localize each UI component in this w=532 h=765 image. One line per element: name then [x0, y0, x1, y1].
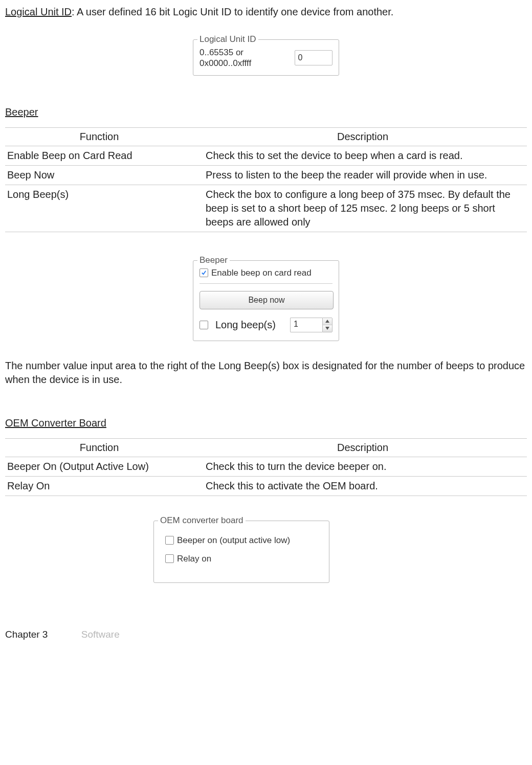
long-beep-spinner: 1 [290, 318, 332, 332]
table-row: Beeper On (Output Active Low) Check this… [5, 457, 527, 476]
relay-on-label: Relay on [177, 554, 211, 564]
col-function: Function [5, 438, 198, 457]
beeper-table: Function Description Enable Beep on Card… [5, 127, 527, 232]
relay-on-row: Relay on [165, 554, 321, 564]
relay-on-checkbox[interactable] [165, 554, 174, 563]
enable-beep-checkbox[interactable] [199, 268, 208, 277]
footer-section: Software [81, 629, 120, 640]
logical-unit-id-input[interactable]: 0 [295, 50, 332, 65]
logical-unit-id-label: Logical Unit ID [5, 6, 72, 17]
beep-now-button[interactable]: Beep now [199, 291, 334, 309]
long-beep-input[interactable]: 1 [290, 318, 322, 332]
long-beep-label: Long beep(s) [215, 319, 276, 331]
table-row: Relay On Check this to activate the OEM … [5, 476, 527, 496]
table-row: Enable Beep on Card Read Check this to s… [5, 146, 527, 165]
page-footer: Chapter 3 Software [5, 629, 527, 640]
col-description: Description [198, 127, 527, 146]
long-beep-row: Long beep(s) 1 [199, 318, 332, 332]
logical-unit-id-fieldset: Logical Unit ID 0..65535 or 0x0000..0xff… [193, 39, 339, 76]
beeper-note: The number value input area to the right… [5, 359, 527, 387]
spin-up-button[interactable] [323, 318, 332, 325]
long-beep-checkbox[interactable] [199, 321, 208, 329]
logical-unit-id-intro: Logical Unit ID: A user defined 16 bit L… [5, 5, 527, 19]
logical-unit-id-legend: Logical Unit ID [197, 34, 258, 44]
logical-unit-id-range: 0..65535 or 0x0000..0xffff [199, 47, 284, 69]
footer-chapter: Chapter 3 [5, 629, 48, 640]
table-row: Beep Now Press to listen to the beep the… [5, 165, 527, 185]
beeper-on-checkbox[interactable] [165, 536, 174, 545]
enable-beep-row: Enable beep on card read [199, 268, 332, 278]
oem-table: Function Description Beeper On (Output A… [5, 438, 527, 496]
oem-fieldset: OEM converter board Beeper on (output ac… [153, 521, 329, 583]
logical-unit-id-text: : A user defined 16 bit Logic Unit ID to… [72, 6, 393, 17]
beeper-fieldset: Beeper Enable beep on card read Beep now… [193, 260, 339, 341]
beeper-on-row: Beeper on (output active low) [165, 535, 321, 546]
oem-heading: OEM Converter Board [5, 417, 527, 429]
enable-beep-label: Enable beep on card read [211, 268, 312, 278]
col-description: Description [198, 438, 527, 457]
beeper-on-label: Beeper on (output active low) [177, 535, 290, 546]
divider [199, 283, 332, 284]
beeper-heading: Beeper [5, 106, 527, 118]
spin-down-button[interactable] [323, 325, 332, 332]
col-function: Function [5, 127, 198, 146]
table-header-row: Function Description [5, 127, 527, 146]
table-row: Long Beep(s) Check the box to configure … [5, 185, 527, 232]
oem-legend: OEM converter board [158, 515, 246, 526]
beeper-legend: Beeper [197, 255, 230, 265]
table-header-row: Function Description [5, 438, 527, 457]
